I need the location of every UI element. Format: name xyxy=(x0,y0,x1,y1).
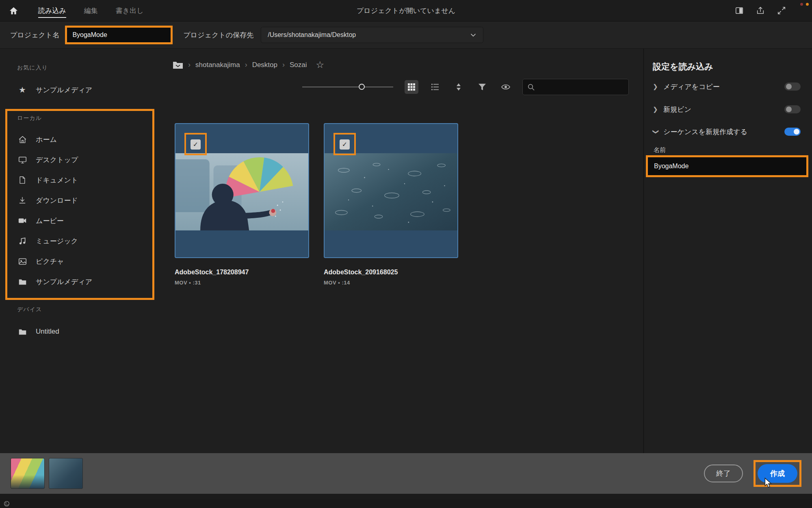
annotation-project-name xyxy=(65,26,173,44)
main-area: お気に入り ★ サンプルメディア ローカル ホーム デスクトップ ドキュメント … xyxy=(0,49,812,453)
status-globe-icon[interactable] xyxy=(4,501,10,507)
tab-import[interactable]: 読み込み xyxy=(38,0,66,21)
preview-button[interactable] xyxy=(499,80,513,94)
project-location-label: プロジェクトの保存先 xyxy=(183,30,253,40)
slider-track xyxy=(302,87,393,87)
setting-new-bin[interactable]: ❯ 新規ビン xyxy=(653,102,801,117)
settings-title: 設定を読み込み xyxy=(653,61,713,72)
footer-gap xyxy=(0,494,812,499)
sequence-name-input[interactable] xyxy=(648,157,806,175)
status-bar xyxy=(0,499,812,508)
sidebar-item-label: サンプルメディア xyxy=(36,277,92,287)
filter-button[interactable] xyxy=(475,80,489,94)
copy-media-toggle[interactable] xyxy=(784,82,801,91)
folder-icon xyxy=(17,328,28,336)
sidebar-item-label: サンプルメディア xyxy=(36,85,92,95)
breadcrumb-desktop[interactable]: Desktop xyxy=(252,61,277,69)
breadcrumb-separator: › xyxy=(282,61,285,69)
picture-icon xyxy=(17,257,28,266)
footer-thumb-umbrella[interactable] xyxy=(11,458,45,489)
sidebar-item-label: ピクチャ xyxy=(36,257,64,266)
folder-open-icon[interactable] xyxy=(173,61,183,69)
header-tabs: 読み込み 編集 書き出し xyxy=(38,0,144,21)
slider-knob[interactable] xyxy=(359,84,365,90)
home-icon xyxy=(17,135,28,144)
sidebar-item-sample-media[interactable]: サンプルメディア xyxy=(0,271,156,292)
media-meta: MOV • :31 xyxy=(175,280,309,286)
tab-export[interactable]: 書き出し xyxy=(116,0,144,21)
browser-toolbar xyxy=(302,78,629,96)
share-icon[interactable] xyxy=(756,6,765,15)
project-location-select[interactable]: /Users/shotanakajima/Desktop xyxy=(261,27,483,43)
eye-icon xyxy=(501,84,510,90)
favorite-star-icon[interactable]: ☆ xyxy=(316,59,325,70)
sort-button[interactable] xyxy=(452,80,466,94)
sidebar-item-music[interactable]: ミュージック xyxy=(0,231,156,251)
home-icon xyxy=(9,7,18,15)
home-button[interactable] xyxy=(0,0,27,21)
sidebar-item-home[interactable]: ホーム xyxy=(0,129,156,150)
setting-new-sequence[interactable]: ❯ シーケンスを新規作成する xyxy=(653,124,801,139)
devices-header: デバイス xyxy=(17,306,42,313)
setting-label: メディアをコピー xyxy=(663,82,780,91)
grid-view-button[interactable] xyxy=(405,80,418,94)
media-tile-umbrella[interactable]: ✓ xyxy=(175,123,309,258)
sidebar-item-label: Untitled xyxy=(36,328,59,336)
sidebar-item-untitled-device[interactable]: Untitled xyxy=(0,321,156,342)
sidebar-item-sample-media-fav[interactable]: ★ サンプルメディア xyxy=(0,80,156,100)
video-thumbnail-rain xyxy=(325,153,457,230)
chevron-right-icon: ❯ xyxy=(653,106,658,113)
fullscreen-icon[interactable] xyxy=(777,6,786,15)
new-sequence-toggle[interactable] xyxy=(784,128,801,136)
breadcrumb-sozai[interactable]: Sozai xyxy=(290,61,307,69)
tile-checkbox[interactable]: ✓ xyxy=(191,139,201,150)
notification-dots xyxy=(800,3,809,6)
tile-checkbox[interactable]: ✓ xyxy=(340,139,350,150)
header-action-icons xyxy=(735,6,812,15)
sidebar-item-label: ホーム xyxy=(36,135,57,144)
media-tile-rain[interactable]: ✓ xyxy=(324,123,458,258)
video-thumbnail-umbrella xyxy=(175,153,308,230)
project-location-value: /Users/shotanakajima/Desktop xyxy=(268,31,470,39)
list-view-button[interactable] xyxy=(428,80,442,94)
selected-media-thumbnails xyxy=(11,458,83,489)
document-icon xyxy=(17,176,28,184)
media-meta: MOV • :14 xyxy=(324,280,458,286)
footer-thumb-rain[interactable] xyxy=(49,458,83,489)
local-header: ローカル xyxy=(17,115,42,122)
orange-dot xyxy=(806,3,809,6)
setting-copy-media[interactable]: ❯ メディアをコピー xyxy=(653,79,801,94)
sidebar-item-pictures[interactable]: ピクチャ xyxy=(0,251,156,271)
sidebar-item-label: デスクトップ xyxy=(36,155,78,165)
sort-icon xyxy=(455,83,462,91)
workspace-icon[interactable] xyxy=(735,6,744,15)
search-icon xyxy=(528,84,535,91)
thumbnail-size-slider[interactable] xyxy=(302,84,393,90)
sidebar-item-desktop[interactable]: デスクトップ xyxy=(0,150,156,170)
exit-button[interactable]: 終了 xyxy=(704,465,743,482)
new-bin-toggle[interactable] xyxy=(784,105,801,113)
red-dot xyxy=(800,3,803,6)
app-header: 読み込み 編集 書き出し プロジェクトが開いていません xyxy=(0,0,812,22)
sidebar-item-downloads[interactable]: ダウンロード xyxy=(0,190,156,211)
list-icon xyxy=(431,83,439,91)
sidebar: お気に入り ★ サンプルメディア ローカル ホーム デスクトップ ドキュメント … xyxy=(0,49,156,453)
sidebar-item-movies[interactable]: ムービー xyxy=(0,211,156,231)
setting-label: シーケンスを新規作成する xyxy=(663,127,780,137)
mouse-cursor-icon xyxy=(764,478,773,488)
create-button[interactable]: 作成 xyxy=(758,464,797,483)
breadcrumb-user[interactable]: shotanakajima xyxy=(195,61,240,69)
project-name-input[interactable] xyxy=(67,28,171,42)
sidebar-item-documents[interactable]: ドキュメント xyxy=(0,170,156,190)
search-box[interactable] xyxy=(522,79,629,95)
window-title: プロジェクトが開いていません xyxy=(357,6,455,15)
local-list: ホーム デスクトップ ドキュメント ダウンロード ムービー ミュージック xyxy=(0,129,156,292)
search-input[interactable] xyxy=(538,84,624,91)
sidebar-item-label: ドキュメント xyxy=(36,176,78,185)
tab-edit[interactable]: 編集 xyxy=(84,0,98,21)
breadcrumb-separator: › xyxy=(245,61,247,69)
media-browser: › shotanakajima › Desktop › Sozai ☆ xyxy=(156,49,643,453)
grid-icon xyxy=(407,83,416,91)
chevron-down-icon: ❯ xyxy=(652,129,660,135)
filter-icon xyxy=(478,83,486,91)
